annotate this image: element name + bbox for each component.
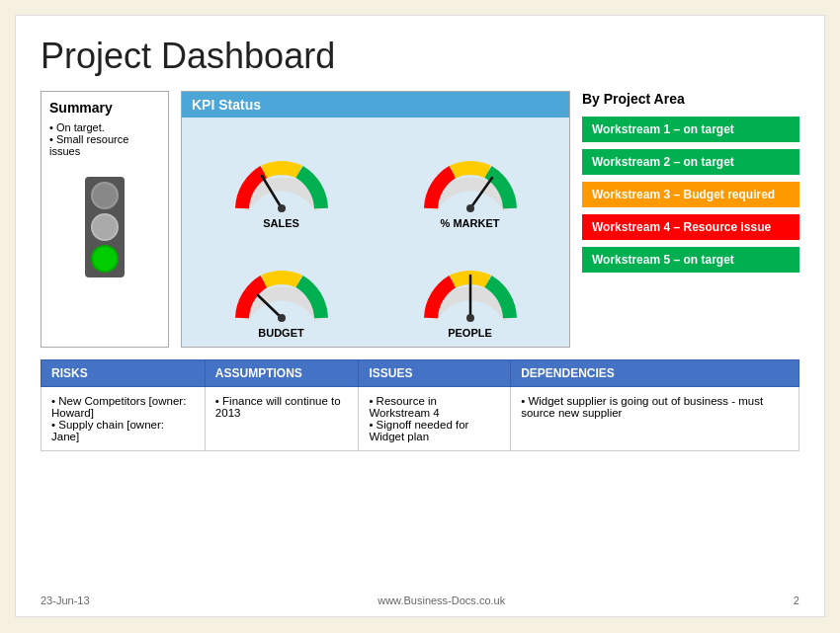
project-area-box: By Project Area Workstream 1 – on target… xyxy=(582,91,799,348)
kpi-header: KPI Status xyxy=(182,92,569,118)
svg-point-3 xyxy=(466,204,474,212)
gauge-people: PEOPLE xyxy=(378,235,561,339)
traffic-light xyxy=(85,177,125,277)
table-row: New Competitors [owner: Howard] Supply c… xyxy=(42,387,799,451)
footer: 23-Jun-13 www.Business-Docs.co.uk 2 xyxy=(41,594,799,606)
workstream-2: Workstream 2 – on target xyxy=(582,149,799,175)
gauge-sales-svg xyxy=(232,154,331,213)
gauge-sales: SALES xyxy=(190,125,373,229)
kpi-gauges: SALES % MARKET xyxy=(182,118,569,347)
footer-date: 23-Jun-13 xyxy=(41,594,90,606)
risks-cell: New Competitors [owner: Howard] Supply c… xyxy=(42,387,206,451)
issues-cell: Resource in Workstream 4 Signoff needed … xyxy=(359,387,511,451)
svg-point-5 xyxy=(278,314,286,322)
summary-box: Summary On target. Small resource issues xyxy=(41,91,169,348)
svg-point-1 xyxy=(278,204,286,212)
bottom-table: RISKS ASSUMPTIONS ISSUES DEPENDENCIES Ne… xyxy=(41,359,799,451)
col-assumptions: ASSUMPTIONS xyxy=(205,360,359,387)
gauge-people-svg xyxy=(421,264,520,323)
workstream-5: Workstream 5 – on target xyxy=(582,247,799,273)
footer-page: 2 xyxy=(794,594,799,606)
workstream-1: Workstream 1 – on target xyxy=(582,117,799,142)
gauge-sales-label: SALES xyxy=(263,217,299,229)
dependencies-cell: Widget supplier is going out of business… xyxy=(511,387,799,451)
gauge-market: % MARKET xyxy=(378,125,561,229)
col-dependencies: DEPENDENCIES xyxy=(511,360,799,387)
kpi-box: KPI Status xyxy=(181,91,570,348)
yellow-light xyxy=(91,213,119,241)
workstream-4: Workstream 4 – Resource issue xyxy=(582,214,799,240)
page-title: Project Dashboard xyxy=(41,36,799,77)
green-light xyxy=(91,245,119,273)
project-area-title: By Project Area xyxy=(582,91,799,107)
assumptions-cell: Finance will continue to 2013 xyxy=(205,387,359,451)
col-risks: RISKS xyxy=(42,360,206,387)
slide: Project Dashboard Summary On target. Sma… xyxy=(15,15,825,617)
gauge-budget-label: BUDGET xyxy=(258,327,303,339)
footer-website: www.Business-Docs.co.uk xyxy=(378,594,505,606)
top-section: Summary On target. Small resource issues… xyxy=(41,91,799,348)
summary-title: Summary xyxy=(49,100,113,116)
gauge-budget: BUDGET xyxy=(190,235,373,339)
workstream-items: Workstream 1 – on target Workstream 2 – … xyxy=(582,117,799,273)
summary-bullets: On target. Small resource issues xyxy=(49,121,160,157)
red-light xyxy=(91,182,119,209)
summary-bullet-2: Small resource issues xyxy=(49,133,160,157)
col-issues: ISSUES xyxy=(359,360,511,387)
gauge-market-label: % MARKET xyxy=(441,217,500,229)
gauge-market-svg xyxy=(421,154,520,213)
summary-bullet-1: On target. xyxy=(49,121,160,133)
workstream-3: Workstream 3 – Budget required xyxy=(582,182,799,207)
svg-point-7 xyxy=(466,314,474,322)
gauge-budget-svg xyxy=(232,264,331,323)
gauge-people-label: PEOPLE xyxy=(448,327,492,339)
